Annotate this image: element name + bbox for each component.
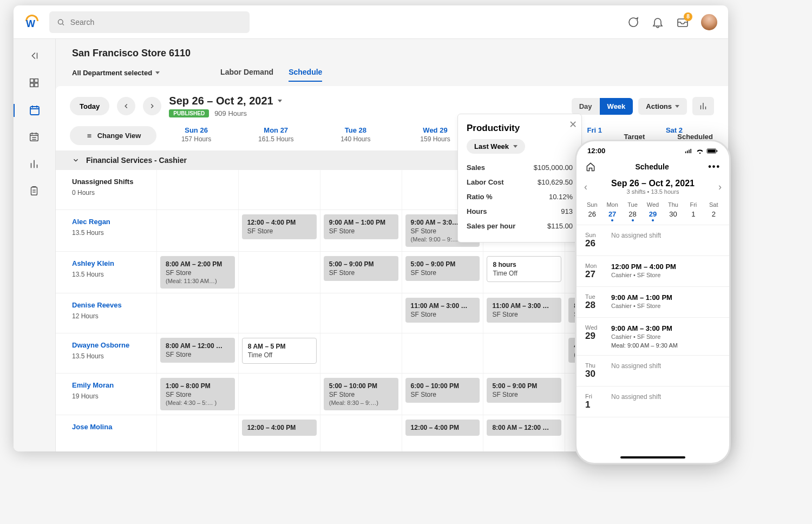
shift-block[interactable]: 8:00 AM – 2:00 PMSF Store(Meal: 11:30 AM… — [160, 256, 235, 289]
schedule-cell[interactable]: 8:00 AM – 12:00 …SF Store — [156, 333, 238, 373]
phone-shift-row[interactable]: Mon2712:00 PM – 4:00 PMCashier • SF Stor… — [577, 256, 729, 287]
schedule-cell[interactable]: 6:00 – 10:00 PMSF Store — [402, 374, 483, 415]
shift-block[interactable]: 12:00 – 4:00 PM — [405, 420, 480, 436]
schedule-cell[interactable]: 8:00 AM – 12:00 … — [483, 415, 565, 451]
phone-date-range[interactable]: Sep 26 – Oct 2, 2021 3 shifts • 13.5 hou… — [611, 179, 695, 195]
analytics-icon[interactable] — [28, 158, 41, 171]
department-selector[interactable]: All Department selected — [72, 69, 160, 77]
schedule-cell[interactable] — [320, 293, 402, 333]
schedule-cell[interactable] — [483, 333, 565, 373]
tab-schedule[interactable]: Schedule — [289, 63, 322, 82]
phone-shift-row[interactable]: Thu30No assigned shift — [577, 356, 729, 387]
schedule-cell[interactable] — [238, 374, 320, 415]
phone-day[interactable]: Mon27 — [602, 201, 622, 221]
schedule-cell[interactable]: 11:00 AM – 3:00 …SF Store — [402, 293, 483, 333]
actions-button[interactable]: Actions — [638, 98, 687, 115]
dashboard-icon[interactable] — [28, 77, 41, 90]
employee-name[interactable]: Dwayne Osborne — [72, 341, 156, 349]
schedule-cell[interactable] — [156, 210, 238, 251]
shift-block[interactable]: 8:00 AM – 12:00 …SF Store — [160, 338, 235, 363]
chart-toggle-button[interactable] — [692, 97, 714, 115]
phone-day[interactable]: Wed29 — [643, 201, 663, 221]
schedule-cell[interactable]: 5:00 – 9:00 PMSF Store — [402, 252, 483, 293]
schedule-cell[interactable] — [156, 170, 238, 209]
workday-logo[interactable]: W — [24, 15, 40, 30]
schedule-cell[interactable]: 5:00 – 10:00 PMSF Store(Meal: 8:30 – 9:…… — [320, 374, 402, 415]
shift-block[interactable]: 5:00 – 9:00 PMSF Store — [487, 378, 561, 403]
search-input[interactable] — [70, 18, 242, 27]
view-day-button[interactable]: Day — [572, 98, 600, 115]
schedule-cell[interactable] — [320, 170, 402, 209]
inbox-icon[interactable]: 8 — [676, 16, 689, 29]
schedule-cell[interactable] — [156, 293, 238, 333]
phone-prev-button[interactable]: ‹ — [584, 181, 587, 193]
schedule-cell[interactable] — [320, 415, 402, 451]
schedule-cell[interactable]: 8 hoursTime Off — [483, 252, 565, 293]
phone-day[interactable]: Thu30 — [663, 201, 683, 221]
prev-button[interactable] — [117, 97, 135, 115]
shift-block[interactable]: 1:00 – 8:00 PMSF Store(Meal: 4:30 – 5:… … — [160, 378, 235, 410]
timeoff-block[interactable]: 8 AM – 5 PMTime Off — [242, 338, 317, 364]
bell-icon[interactable] — [651, 16, 664, 29]
search-box[interactable] — [49, 11, 250, 33]
schedule-cell[interactable] — [238, 293, 320, 333]
collapse-icon[interactable] — [28, 50, 41, 63]
period-selector[interactable]: Last Week — [467, 139, 525, 154]
shift-block[interactable]: 5:00 – 9:00 PMSF Store — [324, 256, 398, 281]
shift-block[interactable]: 9:00 AM – 1:00 PMSF Store — [324, 214, 398, 239]
schedule-cell[interactable]: 8:00 AM – 2:00 PMSF Store(Meal: 11:30 AM… — [156, 252, 238, 293]
schedule-cell[interactable]: 8 AM – 5 PMTime Off — [238, 333, 320, 373]
date-range-selector[interactable]: Sep 26 – Oct 2, 2021 PUBLISHED 909 Hours — [169, 95, 281, 117]
schedule-cell[interactable]: 12:00 – 4:00 PM — [402, 415, 483, 451]
phone-shift-row[interactable]: Wed299:00 AM – 3:00 PMCashier • SF Store… — [577, 318, 729, 356]
day-header[interactable]: Tue 28140 Hours — [316, 126, 395, 143]
home-icon[interactable] — [585, 161, 596, 172]
shift-block[interactable]: 8:00 AM – 12:00 … — [487, 420, 561, 436]
avatar[interactable] — [701, 14, 717, 30]
employee-name[interactable]: Ashley Klein — [72, 259, 156, 267]
phone-day[interactable]: Sat2 — [704, 201, 724, 221]
shift-block[interactable]: 12:00 – 4:00 PM — [242, 420, 317, 436]
shift-block[interactable]: 5:00 – 10:00 PMSF Store(Meal: 8:30 – 9:…… — [324, 378, 398, 410]
employee-name[interactable]: Emily Moran — [72, 381, 156, 389]
day-header[interactable]: Mon 27161.5 Hours — [236, 126, 316, 143]
schedule-cell[interactable] — [320, 333, 402, 373]
schedule-cell[interactable]: 5:00 – 9:00 PMSF Store — [483, 374, 565, 415]
schedule-cell[interactable] — [156, 415, 238, 451]
shift-block[interactable]: 11:00 AM – 3:00 …SF Store — [405, 298, 480, 323]
chat-icon[interactable] — [626, 16, 639, 29]
phone-next-button[interactable]: › — [718, 181, 722, 193]
schedule-cell[interactable] — [238, 170, 320, 209]
schedule-cell[interactable]: 12:00 – 4:00 PM — [238, 415, 320, 451]
change-view-button[interactable]: Change View — [70, 126, 156, 145]
schedule-cell[interactable] — [402, 333, 483, 373]
phone-day[interactable]: Fri1 — [683, 201, 703, 221]
next-button[interactable] — [143, 97, 161, 115]
shift-block[interactable]: 5:00 – 9:00 PMSF Store — [405, 256, 480, 281]
schedule-cell[interactable] — [238, 252, 320, 293]
tab-labor-demand[interactable]: Labor Demand — [220, 63, 273, 82]
schedule-cell[interactable]: 5:00 – 9:00 PMSF Store — [320, 252, 402, 293]
phone-shift-row[interactable]: Tue289:00 AM – 1:00 PMCashier • SF Store — [577, 287, 729, 318]
view-week-button[interactable]: Week — [600, 98, 633, 115]
schedule-cell[interactable]: 12:00 – 4:00 PMSF Store — [238, 210, 320, 251]
phone-shift-row[interactable]: Sun26No assigned shift — [577, 225, 729, 256]
today-button[interactable]: Today — [70, 97, 109, 115]
schedule-cell[interactable]: 1:00 – 8:00 PMSF Store(Meal: 4:30 – 5:… … — [156, 374, 238, 415]
shift-block[interactable]: 6:00 – 10:00 PMSF Store — [405, 378, 480, 403]
employee-name[interactable]: Jose Molina — [72, 423, 156, 431]
close-icon[interactable]: ✕ — [569, 119, 577, 130]
calendar-icon[interactable] — [28, 104, 41, 117]
employee-name[interactable]: Denise Reeves — [72, 301, 156, 309]
calendar-week-icon[interactable] — [28, 131, 41, 144]
day-header[interactable]: Sun 26157 Hours — [156, 126, 236, 143]
shift-block[interactable]: 12:00 – 4:00 PMSF Store — [242, 214, 317, 239]
schedule-cell[interactable]: 9:00 AM – 1:00 PMSF Store — [320, 210, 402, 251]
timeoff-block[interactable]: 8 hoursTime Off — [487, 256, 561, 282]
clipboard-icon[interactable] — [28, 185, 41, 198]
schedule-cell[interactable]: 11:00 AM – 3:00 …SF Store — [483, 293, 565, 333]
phone-shift-row[interactable]: Fri1No assigned shift — [577, 387, 729, 417]
employee-name[interactable]: Alec Regan — [72, 218, 156, 226]
shift-block[interactable]: 11:00 AM – 3:00 …SF Store — [487, 298, 561, 323]
phone-day[interactable]: Tue28 — [623, 201, 643, 221]
